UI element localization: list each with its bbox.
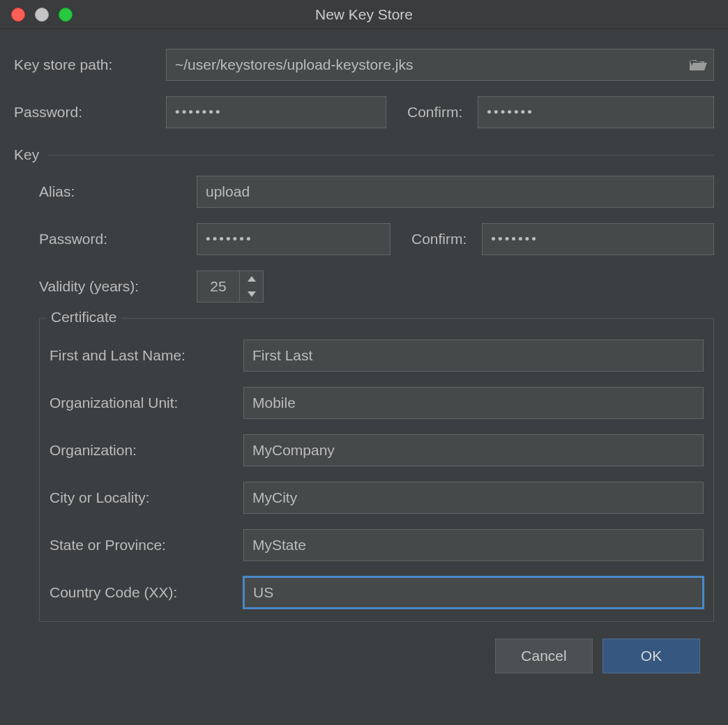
cancel-button[interactable]: Cancel (495, 639, 593, 673)
ok-button[interactable]: OK (602, 639, 700, 673)
key-password-label: Password: (39, 231, 197, 247)
certificate-fieldset: Certificate First and Last Name: First L… (39, 318, 714, 622)
cert-city-row: City or Locality: MyCity (50, 482, 704, 514)
window-controls (0, 8, 73, 22)
alias-input[interactable]: upload (197, 176, 714, 208)
dialog-footer: Cancel OK (14, 622, 714, 673)
cert-ou-label: Organizational Unit: (50, 395, 243, 411)
key-password-row: Password: ••••••• Confirm: ••••••• (39, 223, 714, 255)
keystore-confirm-input[interactable]: ••••••• (478, 96, 714, 128)
separator-line (47, 155, 714, 155)
cert-name-row: First and Last Name: First Last (50, 339, 704, 372)
keystore-password-input[interactable]: ••••••• (166, 96, 386, 128)
validity-spinner: 25 (197, 270, 264, 303)
minimize-window-icon (35, 8, 49, 22)
key-section-header: Key (14, 146, 714, 163)
cert-state-row: State or Province: MyState (50, 529, 704, 561)
cert-country-row: Country Code (XX): US (50, 577, 704, 609)
key-confirm-input[interactable]: ••••••• (482, 223, 714, 255)
keystore-path-label: Key store path: (14, 56, 166, 73)
cert-ou-input[interactable]: Mobile (243, 387, 704, 419)
certificate-legend: Certificate (47, 309, 121, 326)
cert-state-input[interactable]: MyState (243, 529, 704, 561)
alias-label: Alias: (39, 183, 197, 200)
password-mask: ••••••• (491, 231, 538, 247)
folder-open-icon[interactable] (689, 58, 707, 72)
cert-name-input[interactable]: First Last (243, 339, 704, 372)
cert-country-input[interactable]: US (243, 577, 704, 609)
password-mask: ••••••• (487, 105, 534, 120)
svg-marker-1 (248, 291, 256, 297)
password-mask: ••••••• (175, 105, 222, 120)
validity-label: Validity (years): (39, 278, 197, 295)
key-confirm-label: Confirm: (390, 231, 482, 247)
cert-country-label: Country Code (XX): (50, 584, 243, 601)
keystore-confirm-label: Confirm: (386, 104, 478, 121)
keystore-path-row: Key store path: ~/user/keystores/upload-… (14, 49, 714, 81)
validity-input[interactable]: 25 (197, 270, 240, 303)
cert-city-input[interactable]: MyCity (243, 482, 704, 514)
keystore-password-label: Password: (14, 104, 166, 121)
key-section-title: Key (14, 146, 47, 163)
alias-row: Alias: upload (39, 176, 714, 208)
cert-city-label: City or Locality: (50, 489, 243, 506)
keystore-password-row: Password: ••••••• Confirm: ••••••• (14, 96, 714, 128)
keystore-path-field-wrap: ~/user/keystores/upload-keystore.jks (166, 49, 714, 81)
cert-org-row: Organization: MyCompany (50, 434, 704, 466)
password-mask: ••••••• (206, 231, 253, 247)
cert-org-label: Organization: (50, 442, 243, 459)
svg-marker-0 (248, 276, 256, 282)
window-title: New Key Store (0, 6, 728, 23)
chevron-up-icon[interactable] (240, 271, 263, 287)
key-block: Alias: upload Password: ••••••• Confirm:… (14, 176, 714, 622)
titlebar: New Key Store (0, 0, 728, 29)
keystore-path-input[interactable]: ~/user/keystores/upload-keystore.jks (166, 49, 714, 81)
cert-state-label: State or Province: (50, 537, 243, 554)
key-password-input[interactable]: ••••••• (197, 223, 390, 255)
dialog-content: Key store path: ~/user/keystores/upload-… (0, 29, 728, 687)
validity-row: Validity (years): 25 (39, 270, 714, 303)
cert-org-input[interactable]: MyCompany (243, 434, 704, 466)
cert-ou-row: Organizational Unit: Mobile (50, 387, 704, 419)
chevron-down-icon[interactable] (240, 287, 263, 302)
close-window-icon[interactable] (11, 8, 25, 22)
validity-stepper-buttons (240, 270, 264, 303)
cert-name-label: First and Last Name: (50, 347, 243, 364)
maximize-window-icon[interactable] (59, 8, 73, 22)
